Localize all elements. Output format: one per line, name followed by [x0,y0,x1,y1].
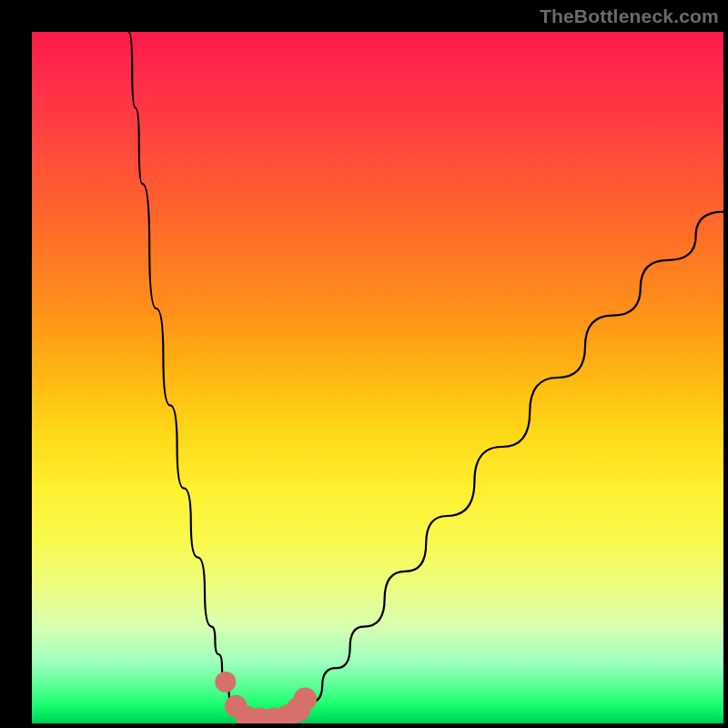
watermark-text: TheBottleneck.com [540,5,719,27]
valley-marker [293,688,317,712]
valley-marker [215,672,236,693]
bottleneck-curve-right [295,212,723,717]
bottleneck-curve-left [128,32,239,716]
plot-area [32,32,723,723]
curve-svg [32,32,723,723]
chart-stage: TheBottleneck.com [0,0,728,728]
valley-markers [215,672,317,723]
